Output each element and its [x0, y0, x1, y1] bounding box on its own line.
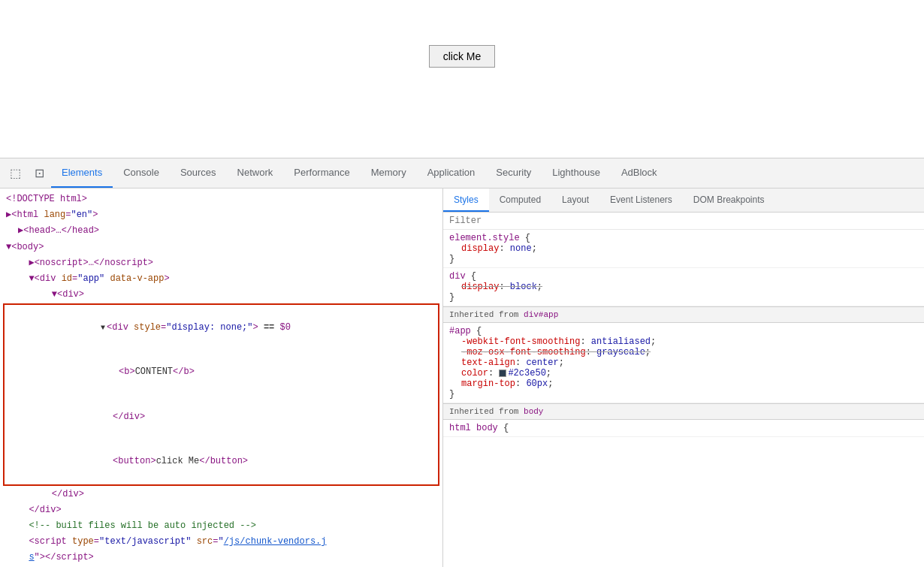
devtools-body: <!DOCTYPE html> ▶<html lang="en"> ▶<head…: [0, 188, 924, 567]
tab-application[interactable]: Application: [417, 158, 486, 188]
styles-tab-styles[interactable]: Styles: [443, 188, 489, 212]
tab-memory[interactable]: Memory: [361, 158, 417, 188]
inspect-icon[interactable]: ⬚: [5, 163, 26, 184]
script1-line: <script type="text/javascript" src="/js/…: [0, 534, 442, 550]
devtools-tabs: Elements Console Sources Network Perform…: [51, 158, 668, 188]
tab-lighthouse[interactable]: Lighthouse: [542, 158, 611, 188]
styles-filter-bar[interactable]: Filter: [443, 213, 924, 230]
div-inner-line: ▼<div>: [0, 287, 442, 303]
div-style-line: ▼<div style="display: none;"> == $0: [5, 305, 438, 350]
tab-sources[interactable]: Sources: [170, 158, 227, 188]
div-app-line: ▼<div id="app" data-v-app>: [0, 271, 442, 287]
button-click-line: <button>click Me</button>: [5, 439, 438, 484]
inherited-divapp-header: Inherited from div#app: [443, 306, 924, 323]
styles-tab-layout[interactable]: Layout: [551, 188, 599, 212]
inherited-body-header: Inherited from body: [443, 403, 924, 420]
html-body-rule: html body {: [443, 420, 924, 437]
tab-security[interactable]: Security: [485, 158, 542, 188]
devtools-topbar: ⬚ ⊡ Elements Console Sources Network Per…: [0, 158, 924, 188]
styles-content: Filter element.style { display: none; } …: [443, 213, 924, 567]
element-style-rule: element.style { display: none; }: [443, 230, 924, 268]
div-close3-line: </div>: [0, 502, 442, 518]
html-open-line: ▶<html lang="en">: [0, 207, 442, 223]
click-me-button[interactable]: click Me: [429, 45, 496, 68]
div-close-line: </div>: [5, 394, 438, 439]
browser-page: click Me: [0, 0, 924, 158]
script1b-line: s"></script>: [0, 550, 442, 565]
color-swatch: [499, 369, 506, 377]
styles-tabs: Styles Computed Layout Event Listeners D…: [443, 188, 924, 213]
styles-tab-computed[interactable]: Computed: [489, 188, 551, 212]
div-close2-line: </div>: [0, 487, 442, 502]
elements-panel: <!DOCTYPE html> ▶<html lang="en"> ▶<head…: [0, 188, 443, 567]
app-rule: #app { -webkit-font-smoothing: antialias…: [443, 323, 924, 403]
div-rule: div { display: block; }: [443, 268, 924, 306]
doctype-line: <!DOCTYPE html>: [0, 192, 442, 207]
styles-tab-event-listeners[interactable]: Event Listeners: [599, 188, 683, 212]
tab-elements[interactable]: Elements: [51, 158, 113, 188]
styles-panel: Styles Computed Layout Event Listeners D…: [443, 188, 924, 567]
styles-tab-dom-breakpoints[interactable]: DOM Breakpoints: [683, 188, 775, 212]
highlighted-block: ▼<div style="display: none;"> == $0 <b>C…: [3, 303, 439, 485]
tab-performance[interactable]: Performance: [283, 158, 360, 188]
b-content-line: <b>CONTENT</b>: [5, 350, 438, 395]
tab-adblock[interactable]: AdBlock: [611, 158, 668, 188]
device-icon[interactable]: ⊡: [29, 163, 50, 184]
body-open-line: ▼<body>: [0, 240, 442, 255]
comment-line: <!-- built files will be auto injected -…: [0, 518, 442, 534]
head-line: ▶<head>…</head>: [0, 223, 442, 239]
devtools-panel: ⬚ ⊡ Elements Console Sources Network Per…: [0, 158, 924, 567]
noscript-line: ▶<noscript>…</noscript>: [0, 255, 442, 271]
tab-console[interactable]: Console: [113, 158, 170, 188]
tab-network[interactable]: Network: [227, 158, 284, 188]
